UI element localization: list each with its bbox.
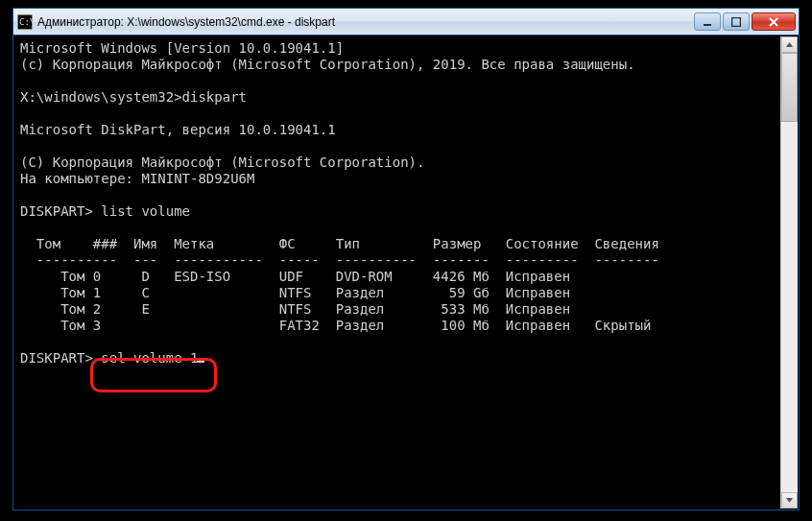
- table-row: Том 0 D ESD-ISO UDF DVD-ROM 4426 Мб Испр…: [20, 269, 570, 284]
- current-command: sel volume 1: [101, 350, 198, 366]
- terminal[interactable]: Microsoft Windows [Version 10.0.19041.1]…: [14, 36, 780, 509]
- cmd-icon: C:\: [17, 14, 33, 30]
- svg-rect-2: [704, 24, 711, 26]
- close-button[interactable]: [752, 12, 796, 31]
- term-line: Том ### Имя Метка ФС Тип Размер Состояни…: [20, 236, 659, 251]
- svg-rect-3: [732, 17, 741, 26]
- vertical-scrollbar[interactable]: [780, 36, 798, 509]
- text-cursor: [197, 361, 204, 363]
- scroll-thumb[interactable]: [781, 53, 798, 122]
- term-line: DISKPART> list volume: [20, 203, 190, 219]
- prompt: DISKPART>: [20, 350, 101, 366]
- term-line: (C) Корпорация Майкрософт (Microsoft Cor…: [20, 154, 424, 170]
- screenshot-frame: C:\ Администратор: X:\windows\system32\c…: [0, 0, 812, 521]
- term-line: На компьютере: MININT-8D92U6M: [20, 171, 254, 186]
- table-row: Том 1 C NTFS Раздел 59 Gб Исправен: [20, 285, 570, 300]
- scroll-down-button[interactable]: [781, 492, 798, 509]
- term-line: Microsoft DiskPart, версия 10.0.19041.1: [20, 122, 336, 137]
- term-line: X:\windows\system32>diskpart: [20, 89, 247, 105]
- svg-marker-7: [786, 498, 793, 503]
- svg-marker-6: [786, 42, 793, 47]
- term-line: ---------- --- ----------- ----- -------…: [20, 252, 659, 268]
- scroll-up-button[interactable]: [781, 36, 798, 53]
- maximize-button[interactable]: [723, 12, 750, 31]
- table-row: Том 3 FAT32 Раздел 100 Мб Исправен Скрыт…: [20, 318, 651, 333]
- svg-text:C:\: C:\: [19, 17, 33, 27]
- client-area: Microsoft Windows [Version 10.0.19041.1]…: [14, 36, 798, 509]
- table-row: Том 2 E NTFS Раздел 533 Мб Исправен: [20, 301, 570, 317]
- titlebar[interactable]: C:\ Администратор: X:\windows\system32\c…: [13, 9, 799, 36]
- window-title: Администратор: X:\windows\system32\cmd.e…: [37, 15, 694, 29]
- cmd-window: C:\ Администратор: X:\windows\system32\c…: [12, 8, 800, 510]
- term-line: Microsoft Windows [Version 10.0.19041.1]: [20, 40, 344, 56]
- term-line: (c) Корпорация Майкрософт (Microsoft Cor…: [20, 57, 635, 72]
- scroll-track[interactable]: [781, 53, 798, 492]
- window-buttons: [694, 12, 797, 31]
- minimize-button[interactable]: [694, 12, 721, 31]
